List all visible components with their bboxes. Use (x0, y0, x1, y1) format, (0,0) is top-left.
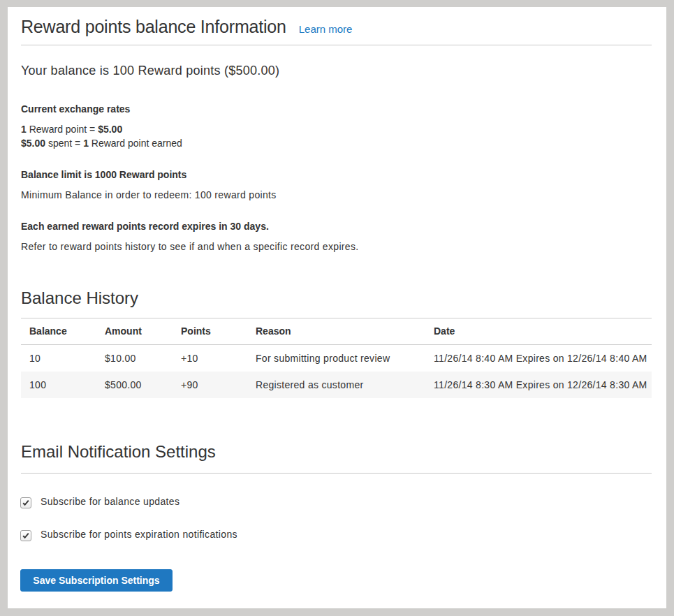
cell-amount: $10.00 (96, 345, 173, 372)
table-row: 10 $10.00 +10 For submitting product rev… (21, 345, 652, 372)
subscribe-balance-option: Subscribe for balance updates (20, 496, 652, 507)
email-notification-title: Email Notification Settings (21, 441, 652, 474)
save-subscription-button[interactable]: Save Subscription Settings (20, 569, 173, 592)
expiration-notifications-label: Subscribe for points expiration notifica… (41, 529, 237, 540)
col-header-date: Date (425, 318, 652, 345)
balance-updates-label: Subscribe for balance updates (41, 496, 180, 507)
checkmark-icon (22, 499, 30, 507)
content-card: Reward points balance InformationLearn m… (8, 7, 666, 608)
subscribe-expiration-option: Subscribe for points expiration notifica… (20, 529, 652, 540)
cell-points: +10 (173, 345, 247, 372)
exchange-rates-values: 1 Reward point = $5.00$5.00 spent = 1 Re… (21, 122, 652, 150)
info-blocks: Current exchange rates 1 Reward point = … (21, 102, 652, 254)
balance-history-title: Balance History (21, 288, 652, 308)
cell-amount: $500.00 (96, 372, 173, 398)
cell-points: +90 (173, 372, 247, 398)
page-background: { "colors": { "backdrop": "#cfcecc", "ca… (0, 0, 674, 616)
rate-spend-text2: Reward point earned (89, 138, 182, 149)
col-header-points: Points (173, 318, 247, 345)
exchange-rates-title: Current exchange rates (21, 102, 652, 116)
minimum-balance-text: Minimum Balance in order to redeem: 100 … (21, 188, 652, 202)
balance-summary: Your balance is 100 Reward points ($500.… (21, 62, 652, 79)
rate-earn-points: 1 (21, 124, 27, 135)
rate-spend-money: $5.00 (21, 138, 45, 149)
balance-history-table: Balance Amount Points Reason Date 10 $10… (21, 318, 652, 398)
col-header-amount: Amount (96, 318, 173, 345)
col-header-reason: Reason (247, 318, 425, 345)
cell-balance: 100 (21, 372, 96, 398)
cell-balance: 10 (21, 345, 96, 372)
rate-earn-text: Reward point = (27, 124, 98, 135)
table-row: 100 $500.00 +90 Registered as customer 1… (21, 372, 652, 398)
checkmark-icon (22, 531, 30, 540)
table-header-row: Balance Amount Points Reason Date (21, 318, 652, 345)
col-header-balance: Balance (21, 318, 96, 345)
cell-reason: Registered as customer (247, 372, 425, 398)
cell-date: 11/26/14 8:40 AM Expires on 12/26/14 8:4… (425, 345, 652, 372)
balance-history-section: Balance History Balance Amount Points Re… (21, 288, 652, 398)
rate-earn-money: $5.00 (98, 124, 122, 135)
rate-spend-points: 1 (83, 138, 89, 149)
rate-spend-text1: spent = (45, 138, 83, 149)
balance-limit-title: Balance limit is 1000 Reward points (21, 168, 652, 182)
page-title: Reward points balance Information (21, 17, 286, 37)
expiration-text: Refer to reward points history to see if… (21, 240, 652, 254)
balance-updates-checkbox[interactable] (20, 497, 31, 508)
expiration-notifications-checkbox[interactable] (20, 530, 31, 541)
expiration-title: Each earned reward points record expires… (21, 219, 652, 233)
email-notification-section: Email Notification Settings Subscribe fo… (21, 441, 652, 592)
cell-reason: For submitting product review (247, 345, 425, 372)
learn-more-link[interactable]: Learn more (299, 23, 353, 35)
cell-date: 11/26/14 8:30 AM Expires on 12/26/14 8:3… (425, 372, 652, 398)
page-header: Reward points balance InformationLearn m… (21, 7, 652, 45)
